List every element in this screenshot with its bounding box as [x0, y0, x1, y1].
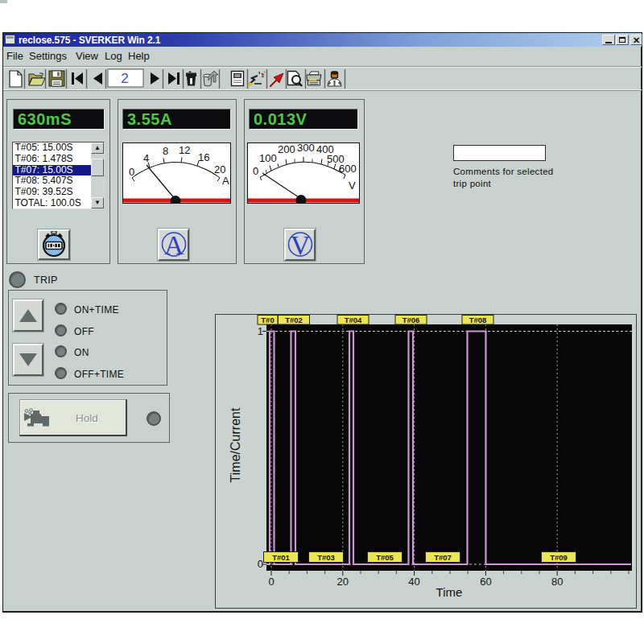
svg-text:T#04: T#04 — [345, 316, 362, 324]
svg-text:600: 600 — [339, 163, 357, 175]
svg-text:2: 2 — [121, 71, 128, 86]
svg-text:V: V — [349, 180, 356, 192]
svg-text:V: V — [291, 230, 311, 260]
svg-text:Time: Time — [436, 585, 463, 599]
svg-text:T#05: T#05 — [376, 553, 394, 562]
svg-text:12: 12 — [179, 144, 190, 156]
svg-text:T#03: T#03 — [317, 553, 335, 562]
svg-text:0: 0 — [258, 558, 263, 570]
svg-text:T#02: T#02 — [285, 316, 303, 324]
svg-text:0: 0 — [268, 576, 274, 588]
svg-text:T#07: T#07 — [434, 553, 452, 562]
svg-text:4: 4 — [143, 152, 149, 164]
svg-text:40: 40 — [408, 576, 419, 588]
svg-text:T#06: T#06 — [402, 316, 420, 324]
svg-text:T#01: T#01 — [272, 553, 290, 562]
svg-text:0: 0 — [253, 165, 258, 177]
svg-text:T#08: T#08 — [469, 316, 487, 324]
svg-text:20: 20 — [214, 163, 225, 175]
svg-text:60: 60 — [480, 576, 491, 588]
svg-text:0: 0 — [129, 166, 134, 178]
svg-text:A: A — [164, 230, 184, 260]
svg-text:Time/Current: Time/Current — [229, 407, 242, 482]
svg-text:T#0: T#0 — [261, 316, 274, 324]
svg-text:100: 100 — [259, 152, 277, 164]
svg-text:20: 20 — [337, 576, 349, 588]
svg-text:1: 1 — [258, 325, 263, 337]
svg-text:T#09: T#09 — [550, 553, 568, 562]
svg-text:16: 16 — [198, 151, 209, 163]
svg-text:300: 300 — [297, 142, 315, 154]
svg-text:A: A — [222, 175, 229, 187]
svg-text:80: 80 — [551, 576, 563, 588]
svg-text:200: 200 — [278, 143, 295, 155]
svg-text:8: 8 — [163, 145, 168, 157]
